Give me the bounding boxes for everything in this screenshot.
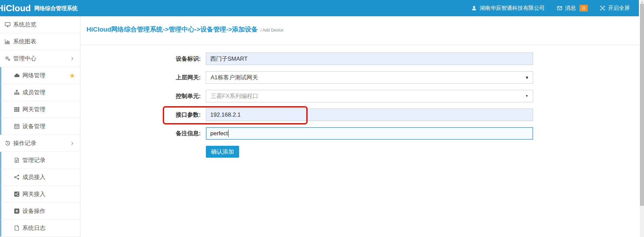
upper-gateway-select[interactable]: A1栋客户测试网关 ▼	[206, 71, 533, 84]
sidebar-item-label: 管理记录	[22, 156, 45, 164]
sidebar-item-label: 系统图表	[13, 38, 36, 45]
app-title: 网络综合管理系统	[34, 5, 78, 12]
sitemap-icon	[14, 90, 20, 95]
sidebar-item-gateway-management[interactable]: 网关管理	[0, 101, 80, 118]
remark-input[interactable]: perfect	[206, 127, 533, 140]
control-unit-label: 控制单元:	[81, 92, 201, 100]
breadcrumb-bar: HiCloud网络综合管理系统->管理中心->设备管理->添加设备 / Add …	[81, 16, 639, 45]
envelope-icon	[557, 5, 562, 11]
caret-down-icon: ▼	[525, 76, 529, 80]
form-row-control-unit: 控制单元: 三菱FX系列编程口 ▼	[81, 90, 639, 102]
sidebar-item-operation-records[interactable]: 操作记录	[0, 135, 80, 152]
text-cursor	[228, 130, 229, 137]
chevron-right-icon	[70, 56, 75, 61]
sidebar-item-label: 网络管理	[22, 72, 45, 79]
app-logo: HiCloud	[0, 3, 31, 14]
control-unit-value: 三菱FX系列编程口	[211, 92, 258, 100]
favorite-star-icon[interactable]: ★	[69, 72, 75, 79]
form-row-device-id: 设备标识:	[81, 53, 639, 65]
sidebar-item-member-access[interactable]: 成员接入	[0, 169, 80, 186]
scrollbar-thumb[interactable]	[640, 4, 644, 206]
sidebar-item-label: 系统日志	[22, 224, 45, 232]
confirm-add-button[interactable]: 确认添加	[206, 146, 239, 158]
grid-icon	[14, 106, 20, 112]
sidebar: 系统总览 系统图表 管理中心 网络管理 ★ 成员管理 网关管理	[0, 16, 80, 237]
messages-menu[interactable]: 消息 0	[557, 5, 588, 12]
interface-params-input[interactable]	[206, 108, 533, 121]
sidebar-item-label: 设备管理	[22, 122, 45, 130]
caret-down-icon: ▼	[525, 95, 528, 98]
plus-square-icon	[14, 208, 20, 214]
sidebar-item-label: 操作记录	[13, 139, 36, 147]
company-name: 湖南华辰智通科技有限公司	[480, 5, 545, 12]
messages-count-badge: 0	[580, 5, 588, 12]
sidebar-item-gateway-access[interactable]: 网关接入	[0, 186, 80, 203]
fullscreen-label: 开启全屏	[608, 5, 630, 12]
messages-label: 消息	[565, 5, 576, 12]
file-icon	[14, 225, 20, 231]
upper-gateway-label: 上层网关:	[81, 74, 201, 81]
fullscreen-toggle[interactable]: 开启全屏	[600, 5, 630, 12]
vertical-scrollbar: ▲	[639, 0, 644, 237]
sidebar-item-management-records[interactable]: 管理记录	[0, 152, 80, 169]
device-id-input[interactable]	[206, 53, 533, 65]
sidebar-item-label: 网关接入	[22, 190, 45, 198]
device-id-label: 设备标识:	[81, 55, 201, 63]
control-unit-select[interactable]: 三菱FX系列编程口 ▼	[206, 90, 533, 102]
file-text-icon	[14, 157, 20, 163]
sidebar-item-management-center[interactable]: 管理中心	[0, 50, 80, 67]
gears-icon	[5, 56, 11, 61]
breadcrumb-suffix: / Add Device	[260, 28, 283, 33]
share-icon	[14, 174, 20, 180]
brand: HiCloud 网络综合管理系统	[0, 3, 78, 14]
sidebar-item-label: 设备操作	[22, 207, 45, 215]
topbar: HiCloud 网络综合管理系统 湖南华辰智通科技有限公司 消息 0 开启全屏	[0, 0, 644, 16]
sidebar-item-system-logs[interactable]: 系统日志	[0, 220, 80, 237]
company-menu[interactable]: 湖南华辰智通科技有限公司	[471, 5, 545, 12]
bar-chart-icon	[5, 39, 11, 44]
form-row-upper-gateway: 上层网关: A1栋客户测试网关 ▼	[81, 71, 639, 84]
sidebar-item-member-management[interactable]: 成员管理	[0, 84, 80, 101]
form-row-remark: 备注信息: perfect	[81, 127, 639, 140]
scrollbar-up-arrow-icon[interactable]: ▲	[640, 1, 644, 3]
sidebar-item-label: 网关管理	[22, 105, 45, 113]
interface-params-label: 接口参数:	[81, 111, 201, 119]
fullscreen-expand-icon	[600, 5, 605, 11]
remark-value: perfect	[210, 130, 228, 137]
chevron-right-icon	[70, 141, 75, 146]
remark-label: 备注信息:	[81, 130, 201, 137]
sidebar-item-system-charts[interactable]: 系统图表	[0, 33, 80, 50]
sidebar-item-label: 管理中心	[13, 55, 36, 62]
breadcrumb: HiCloud网络综合管理系统->管理中心->设备管理->添加设备	[86, 25, 258, 34]
sidebar-item-label: 成员接入	[22, 173, 45, 181]
sidebar-item-system-overview[interactable]: 系统总览	[0, 16, 80, 33]
main-content: HiCloud网络综合管理系统->管理中心->设备管理->添加设备 / Add …	[81, 16, 639, 237]
calendar-icon	[14, 123, 20, 129]
add-device-form: 设备标识: 上层网关: A1栋客户测试网关 ▼ 控制单元: 三菱FX系列编程口 …	[81, 45, 639, 158]
user-icon	[471, 5, 477, 11]
cloud-icon	[14, 73, 20, 78]
sidebar-item-device-operations[interactable]: 设备操作	[0, 203, 80, 220]
monitor-icon	[5, 22, 11, 27]
topbar-right: 湖南华辰智通科技有限公司 消息 0 开启全屏	[471, 5, 630, 12]
sidebar-item-network-management[interactable]: 网络管理 ★	[0, 67, 80, 84]
form-row-interface-params: 接口参数:	[81, 108, 639, 121]
sidebar-item-label: 成员管理	[22, 88, 45, 96]
share-square-icon	[14, 191, 20, 197]
upper-gateway-value: A1栋客户测试网关	[211, 74, 258, 81]
history-icon	[5, 140, 11, 146]
sidebar-item-label: 系统总览	[13, 21, 36, 28]
sidebar-item-device-management[interactable]: 设备管理	[0, 118, 80, 135]
